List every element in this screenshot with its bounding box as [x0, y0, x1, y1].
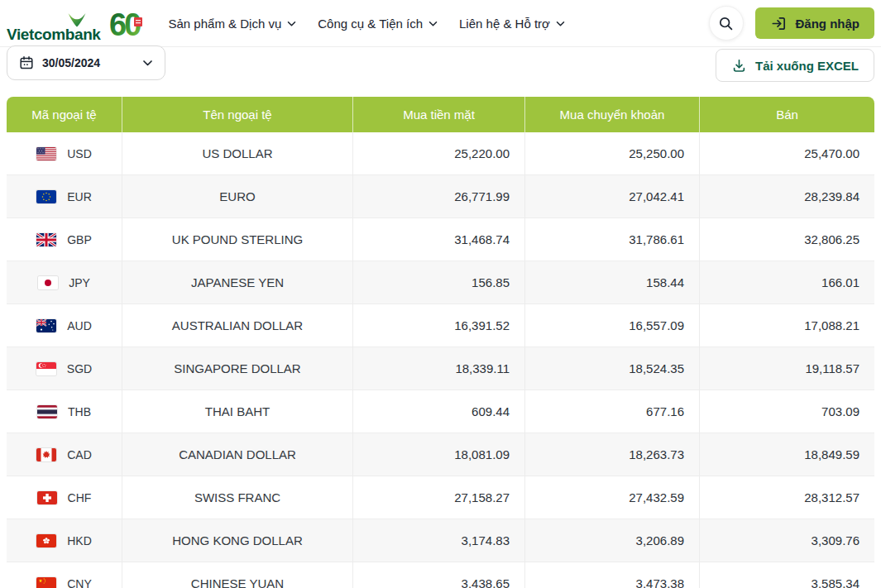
currency-code: EUR: [67, 190, 92, 203]
nav-item-tools-utilities[interactable]: Công cụ & Tiện ích: [318, 17, 438, 31]
cash-buy-value: 156.85: [353, 261, 525, 304]
currency-code-cell: SGD: [7, 347, 122, 390]
currency-code-cell: EUR: [7, 175, 122, 218]
table-row: CNYCHINESE YUAN3,438.653,473.383,585.34: [7, 562, 874, 588]
eu-flag-icon: [36, 190, 56, 203]
th-flag-icon: [37, 405, 57, 418]
currency-code: CHF: [68, 491, 92, 504]
transfer-buy-value: 27,432.59: [525, 476, 700, 519]
currency-code: THB: [68, 405, 91, 418]
currency-name-cell: CHINESE YUAN: [122, 562, 353, 588]
currency-code-cell: JPY: [7, 261, 122, 304]
currency-code-cell: USD: [7, 132, 122, 175]
anniversary-60-icon: 60: [109, 6, 144, 44]
currency-code: GBP: [67, 233, 92, 246]
vietcombank-logo[interactable]: Vietcombank 60: [7, 4, 144, 42]
chevron-down-icon: [429, 21, 438, 27]
top-navigation-bar: Vietcombank 60 Sản phẩm & Dịch vụ: [0, 0, 881, 47]
currency-name-cell: AUSTRALIAN DOLLAR: [122, 304, 353, 347]
ch-flag-icon: [37, 491, 57, 504]
col-header-transfer-buy: Mua chuyển khoản: [525, 97, 700, 132]
sell-value: 19,118.57: [700, 347, 874, 390]
gb-flag-icon: [36, 233, 56, 246]
transfer-buy-value: 18,524.35: [525, 347, 700, 390]
col-header-currency-code: Mã ngoại tệ: [7, 97, 122, 132]
table-row: CHFSWISS FRANC27,158.2727,432.5928,312.5…: [7, 476, 874, 519]
sell-value: 3,309.76: [700, 519, 874, 562]
currency-code: USD: [67, 147, 92, 160]
chevron-down-icon: [556, 21, 565, 27]
chevron-down-icon: [287, 21, 296, 27]
nav-item-label: Công cụ & Tiện ích: [318, 17, 423, 31]
sell-value: 703.09: [700, 390, 874, 433]
currency-code-cell: GBP: [7, 218, 122, 261]
currency-code-cell: CAD: [7, 433, 122, 476]
cash-buy-value: 27,158.27: [353, 476, 525, 519]
currency-code: AUD: [67, 319, 92, 332]
nav-item-label: Liên hệ & Hỗ trợ: [459, 17, 550, 31]
transfer-buy-value: 3,473.38: [525, 562, 700, 588]
sell-value: 32,806.25: [700, 218, 874, 261]
sell-value: 25,470.00: [700, 132, 874, 175]
login-button[interactable]: Đăng nhập: [755, 7, 875, 39]
download-excel-button[interactable]: Tải xuống EXCEL: [716, 49, 874, 82]
cash-buy-value: 609.44: [353, 390, 525, 433]
sell-value: 166.01: [700, 261, 874, 304]
currency-code-cell: CHF: [7, 476, 122, 519]
currency-code: CNY: [67, 577, 92, 588]
transfer-buy-value: 3,206.89: [525, 519, 700, 562]
col-header-currency-name: Tên ngoại tệ: [122, 97, 353, 132]
rates-table-body: USDUS DOLLAR25,220.0025,250.0025,470.00E…: [7, 132, 874, 588]
table-row: JPYJAPANESE YEN156.85158.44166.01: [7, 261, 874, 304]
au-flag-icon: [36, 319, 56, 332]
main-menu: Sản phẩm & Dịch vụ Công cụ & Tiện ích Li…: [169, 17, 565, 31]
currency-name-cell: JAPANESE YEN: [122, 261, 353, 304]
table-header: Mã ngoại tệ Tên ngoại tệ Mua tiền mặt Mu…: [7, 97, 874, 132]
currency-name-cell: SWISS FRANC: [122, 476, 353, 519]
currency-code-cell: THB: [7, 390, 122, 433]
transfer-buy-value: 18,263.73: [525, 433, 700, 476]
nav-item-contact-support[interactable]: Liên hệ & Hỗ trợ: [459, 17, 565, 31]
transfer-buy-value: 16,557.09: [525, 304, 700, 347]
transfer-buy-value: 27,042.41: [525, 175, 700, 218]
currency-name-cell: THAI BAHT: [122, 390, 353, 433]
login-icon: [770, 15, 788, 32]
cn-flag-icon: [36, 577, 56, 588]
table-row: AUDAUSTRALIAN DOLLAR16,391.5216,557.0917…: [7, 304, 874, 347]
cash-buy-value: 26,771.99: [353, 175, 525, 218]
transfer-buy-value: 677.16: [525, 390, 700, 433]
table-row: SGDSINGAPORE DOLLAR18,339.1118,524.3519,…: [7, 347, 874, 390]
sell-value: 28,312.57: [700, 476, 874, 519]
nav-item-products-services[interactable]: Sản phẩm & Dịch vụ: [169, 17, 297, 31]
download-excel-label: Tải xuống EXCEL: [755, 59, 859, 73]
table-row: USDUS DOLLAR25,220.0025,250.0025,470.00: [7, 132, 874, 175]
vietcombank-wordmark: Vietcombank: [7, 26, 101, 42]
currency-code: CAD: [67, 448, 92, 461]
chevron-down-icon: [142, 60, 153, 67]
ca-flag-icon: [36, 448, 56, 461]
download-icon: [731, 58, 747, 74]
us-flag-icon: [36, 147, 56, 160]
cash-buy-value: 18,081.09: [353, 433, 525, 476]
table-row: CADCANADIAN DOLLAR18,081.0918,263.7318,8…: [7, 433, 874, 476]
currency-name-cell: CANADIAN DOLLAR: [122, 433, 353, 476]
currency-code: JPY: [69, 276, 90, 289]
table-row: EUREURO26,771.9927,042.4128,239.84: [7, 175, 874, 218]
vietcombank-exchange-rates-page: Vietcombank 60 Sản phẩm & Dịch vụ: [0, 0, 881, 588]
date-value: 30/05/2024: [42, 56, 134, 69]
cash-buy-value: 3,174.83: [353, 519, 525, 562]
date-picker[interactable]: 30/05/2024: [7, 45, 165, 80]
login-button-label: Đăng nhập: [796, 17, 860, 31]
transfer-buy-value: 158.44: [525, 261, 700, 304]
hk-flag-icon: [36, 534, 56, 547]
col-header-sell: Bán: [700, 97, 874, 132]
nav-item-label: Sản phẩm & Dịch vụ: [169, 17, 282, 31]
table-row: THBTHAI BAHT609.44677.16703.09: [7, 390, 874, 433]
search-button[interactable]: [709, 6, 744, 41]
cash-buy-value: 31,468.74: [353, 218, 525, 261]
sg-flag-icon: [36, 362, 56, 375]
currency-name-cell: HONG KONG DOLLAR: [122, 519, 353, 562]
calendar-icon: [19, 55, 34, 70]
transfer-buy-value: 25,250.00: [525, 132, 700, 175]
rates-toolbar: 30/05/2024 Tải xuống EXCEL: [0, 45, 881, 82]
